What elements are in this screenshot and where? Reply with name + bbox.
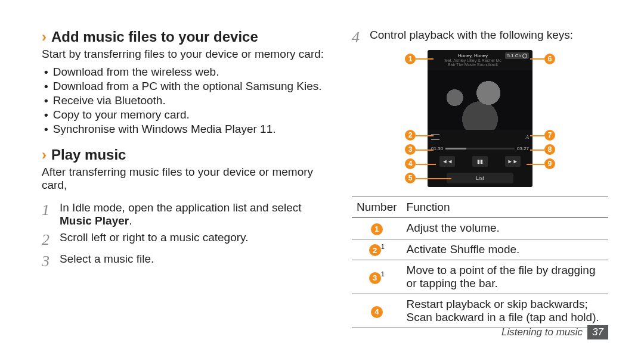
phone-screenshot-wrap: Honey, Honey feat. Ashley Lilley & Rache… — [397, 50, 564, 187]
row-fn: Restart playback or skip backwards; Scan… — [402, 294, 608, 328]
table-row: 4 Restart playback or skip backwards; Sc… — [352, 294, 608, 328]
row-badge: 2 — [369, 244, 381, 256]
step-row: 1 In Idle mode, open the application lis… — [42, 201, 328, 228]
bullet-item: Copy to your memory card. — [42, 108, 328, 121]
leader-line — [416, 164, 436, 165]
col-function: Function — [402, 197, 608, 218]
leader-line — [530, 149, 544, 151]
progress-bar: 01:30 03:27 — [431, 144, 529, 152]
sound-mode-badge: 5.1 Ch — [505, 52, 529, 59]
step-row: 4 Control playback with the following ke… — [352, 29, 608, 46]
track-album: Bab The Movie Soundtrack — [448, 63, 498, 67]
progress-track — [445, 148, 515, 149]
table-header-row: Number Function — [352, 197, 608, 218]
callout-5: 5 — [405, 173, 416, 183]
row-badge: 4 — [371, 306, 383, 318]
chevron-icon: › — [42, 147, 47, 163]
music-player-screenshot: Honey, Honey feat. Ashley Lilley & Rache… — [428, 50, 532, 187]
footer-section: Listening to music — [501, 326, 583, 338]
play-music-intro: After transferring music files to your d… — [42, 166, 328, 192]
step-text: Scroll left or right to a music category… — [60, 231, 328, 244]
step-number: 3 — [42, 253, 60, 270]
callout-2: 2 — [405, 130, 416, 141]
callout-1: 1 — [405, 54, 416, 64]
intro-add-music: Start by transferring files to your devi… — [42, 48, 328, 61]
step-number: 4 — [352, 29, 370, 46]
shot-header: Honey, Honey feat. Ashley Lilley & Rache… — [431, 52, 515, 68]
step-row: 2 Scroll left or right to a music catego… — [42, 231, 328, 249]
step-row: 3 Select a music file. — [42, 253, 328, 270]
row-badge: 1 — [371, 223, 383, 235]
heading-play-music: ›Play music — [42, 147, 328, 163]
bullet-item: Download from a PC with the optional Sam… — [42, 80, 328, 93]
leader-line — [416, 58, 434, 60]
list-button: List — [447, 173, 513, 183]
function-table: Number Function 1 Adjust the volume. 21 … — [352, 197, 608, 328]
table-row: 31 Move to a point of the file by draggi… — [352, 260, 608, 294]
step-bold: Music Player — [60, 214, 129, 227]
time-total: 03:27 — [517, 146, 529, 151]
row-badge: 3 — [369, 272, 381, 284]
footnote-sup: 1 — [381, 243, 385, 250]
shuffle-repeat-bar: A — [431, 132, 529, 142]
bullet-item: Synchronise with Windows Media Player 11… — [42, 123, 328, 136]
heading-add-music: ›Add music files to your device — [42, 29, 328, 45]
album-art — [428, 70, 532, 130]
row-fn: Move to a point of the file by dragging … — [402, 260, 608, 294]
page-footer: Listening to music 37 — [501, 325, 608, 339]
step-text: Control playback with the following keys… — [370, 29, 608, 42]
step-post: . — [129, 214, 132, 227]
row-fn: Adjust the volume. — [402, 218, 608, 239]
footer-page: 37 — [587, 325, 608, 339]
leader-line — [530, 58, 544, 60]
bullet-item: Download from the wireless web. — [42, 66, 328, 79]
left-column: ›Add music files to your device Start by… — [42, 29, 328, 328]
callout-6: 6 — [544, 54, 555, 64]
leader-line — [416, 178, 451, 179]
heading-add-music-text: Add music files to your device — [51, 29, 258, 45]
col-number: Number — [352, 197, 402, 218]
leader-line — [416, 149, 434, 151]
chevron-icon: › — [42, 29, 47, 45]
track-title: Honey, Honey — [458, 54, 488, 58]
callout-3: 3 — [405, 144, 416, 155]
step-text: In Idle mode, open the application list … — [60, 201, 328, 228]
playback-controls: ◄◄ ▮▮ ►► — [431, 155, 529, 168]
table-row: 1 Adjust the volume. — [352, 218, 608, 239]
table-row: 21 Activate Shuffle mode. — [352, 239, 608, 260]
callout-9: 9 — [544, 158, 555, 169]
track-artists: feat. Ashley Lilley & Rachel Mc — [444, 58, 501, 63]
row-fn: Activate Shuffle mode. — [402, 239, 608, 260]
callout-4: 4 — [405, 158, 416, 169]
footnote-sup: 1 — [381, 270, 385, 278]
bullet-item: Receive via Bluetooth. — [42, 94, 328, 107]
repeat-a-icon: A — [526, 134, 530, 140]
step-number: 2 — [42, 231, 60, 249]
callout-8: 8 — [544, 144, 555, 155]
leader-line — [530, 135, 544, 136]
step-text: Select a music file. — [60, 253, 328, 266]
step-number: 1 — [42, 201, 60, 219]
right-column: 4 Control playback with the following ke… — [352, 29, 608, 328]
add-music-bullets: Download from the wireless web. Download… — [42, 66, 328, 136]
leader-line — [416, 135, 434, 136]
pause-icon: ▮▮ — [472, 156, 488, 167]
next-icon: ►► — [505, 156, 521, 167]
prev-icon: ◄◄ — [439, 156, 455, 167]
step-pre: In Idle mode, open the application list … — [60, 201, 302, 214]
heading-play-music-text: Play music — [51, 147, 126, 163]
leader-line — [527, 164, 544, 165]
callout-7: 7 — [544, 130, 555, 141]
